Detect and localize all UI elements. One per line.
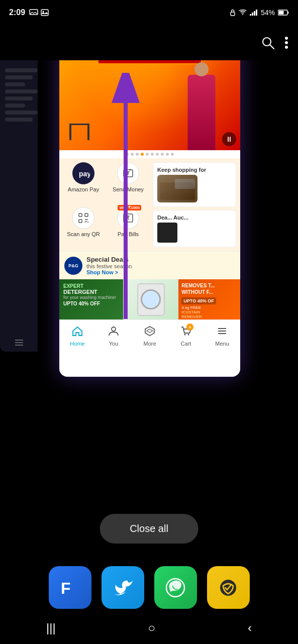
amazon-pay-label: Amazon Pay — [68, 186, 99, 192]
nav-you[interactable]: You — [95, 320, 132, 352]
svg-rect-46 — [79, 213, 82, 217]
workplace-app-icon[interactable] — [207, 566, 250, 609]
nav-more[interactable]: More — [132, 320, 168, 352]
svg-text:₹: ₹ — [126, 214, 130, 222]
flipkart-app-icon[interactable]: F — [49, 566, 91, 609]
detergent-orange-section: REMOVES T...WITHOUT F... UPTO 40% OF 4 k… — [178, 279, 240, 319]
svg-point-59 — [188, 334, 189, 336]
left-card-menu-icon — [14, 339, 24, 347]
win-badge: WIN ₹1000 — [118, 205, 141, 210]
status-right: 54% — [230, 9, 289, 17]
whatsapp-app-icon[interactable] — [154, 566, 197, 609]
flipkart-icon: F — [58, 576, 82, 600]
menu-nav-icon — [217, 326, 228, 337]
nav-menu-label: Menu — [215, 341, 229, 347]
scan-qr-action[interactable]: Scan any QR — [63, 207, 104, 248]
svg-rect-9 — [279, 11, 284, 15]
svg-rect-48 — [79, 220, 82, 223]
navigation-bar: ||| ○ ‹ — [0, 611, 298, 644]
svg-rect-1 — [41, 10, 48, 16]
whatsapp-icon — [163, 576, 187, 600]
amazon-bottom-nav: Home You — [59, 319, 240, 352]
quick-actions-grid: pay Amazon Pay Send — [63, 162, 149, 247]
svg-line-12 — [270, 45, 274, 49]
nav-cart[interactable]: 9 Cart — [168, 320, 204, 352]
status-bar: 2:09 — [0, 0, 298, 25]
home-nav-icon — [72, 326, 83, 337]
nav-cart-label: Cart — [181, 341, 191, 347]
scan-qr-label: Scan any QR — [67, 231, 100, 237]
amazon-pay-action[interactable]: pay Amazon Pay — [63, 162, 104, 203]
status-icons-left — [29, 9, 49, 16]
amazon-card[interactable]: a Search Amaz... — [59, 15, 240, 377]
detergent-row[interactable]: EXPERT DETERGENT for your washing machin… — [59, 279, 240, 319]
svg-point-58 — [184, 334, 186, 336]
send-money-action[interactable]: Send Money — [108, 162, 148, 203]
play-pause-btn[interactable]: ⏸ — [222, 132, 236, 146]
nav-recents-btn[interactable]: ||| — [36, 616, 66, 640]
svg-text:F: F — [61, 579, 71, 597]
svg-marker-57 — [147, 329, 153, 333]
person-nav-icon — [108, 326, 119, 337]
keep-shopping-card[interactable]: Keep shopping for — [153, 162, 236, 207]
svg-rect-10 — [288, 12, 289, 14]
svg-rect-47 — [85, 213, 88, 217]
svg-point-15 — [285, 46, 288, 49]
close-all-button[interactable]: Close all — [100, 514, 198, 544]
battery-icon — [278, 10, 289, 16]
deals-card[interactable]: Dea... Auc... — [153, 210, 236, 247]
nav-home[interactable]: Home — [59, 320, 95, 352]
shopping-cards: Keep shopping for Dea... Auc... — [153, 162, 236, 247]
nav-menu[interactable]: Menu — [204, 320, 240, 352]
gallery-icon — [41, 9, 49, 16]
pay-bills-icon: ₹ — [122, 212, 134, 224]
wifi-icon — [239, 10, 247, 16]
amazon-app: Search Amaz... — [59, 15, 240, 377]
quick-actions-row: pay Amazon Pay Send — [59, 158, 240, 251]
detergent-image — [123, 279, 179, 319]
svg-rect-6 — [254, 11, 255, 16]
deals-card-title: Dea... Auc... — [157, 214, 232, 221]
lock-icon — [230, 9, 236, 16]
svg-rect-4 — [250, 14, 251, 16]
battery-text: 54% — [261, 9, 275, 17]
signal-icon — [250, 10, 258, 16]
banner-figure — [182, 60, 220, 150]
layers-nav-icon — [144, 326, 155, 337]
banner-dots — [59, 150, 240, 158]
pay-icon: pay — [77, 167, 90, 180]
pg-link[interactable]: Shop Now > — [86, 269, 235, 275]
shoe-image — [157, 175, 197, 202]
message-icon — [29, 9, 38, 16]
pg-subtitle: this festive season — [86, 263, 235, 269]
left-card — [0, 40, 38, 352]
pg-logo: P&G — [64, 257, 82, 275]
search-icon[interactable] — [261, 36, 275, 50]
twitter-app-icon[interactable] — [102, 566, 144, 609]
send-money-label: Send Money — [113, 186, 144, 192]
svg-rect-7 — [256, 10, 257, 16]
svg-point-13 — [285, 37, 288, 40]
status-left: 2:09 — [9, 8, 49, 17]
pg-banner[interactable]: P&G Special Deals this festive season Sh… — [59, 251, 240, 279]
send-money-icon — [122, 167, 134, 179]
svg-rect-3 — [231, 12, 235, 16]
pay-bills-label: Pay Bills — [118, 231, 139, 237]
top-bar — [0, 25, 298, 60]
nav-back-btn[interactable]: ‹ — [238, 616, 262, 640]
nav-home-label: Home — [70, 341, 84, 347]
nav-home-btn[interactable]: ○ — [138, 616, 166, 640]
svg-point-55 — [112, 327, 116, 331]
pay-bills-action[interactable]: WIN ₹1000 ₹ Pay Bills — [108, 207, 148, 248]
status-time: 2:09 — [9, 8, 25, 17]
twitter-bird-icon — [111, 576, 135, 600]
svg-text:pay: pay — [79, 170, 90, 178]
detergent-green-section: EXPERT DETERGENT for your washing machin… — [59, 279, 123, 319]
svg-point-14 — [285, 41, 288, 44]
nav-more-label: More — [143, 341, 156, 347]
scan-qr-icon — [77, 212, 89, 224]
workplace-icon — [216, 576, 240, 600]
svg-rect-5 — [252, 13, 253, 16]
more-icon[interactable] — [285, 37, 288, 49]
pg-title: Special Deals — [86, 256, 235, 263]
